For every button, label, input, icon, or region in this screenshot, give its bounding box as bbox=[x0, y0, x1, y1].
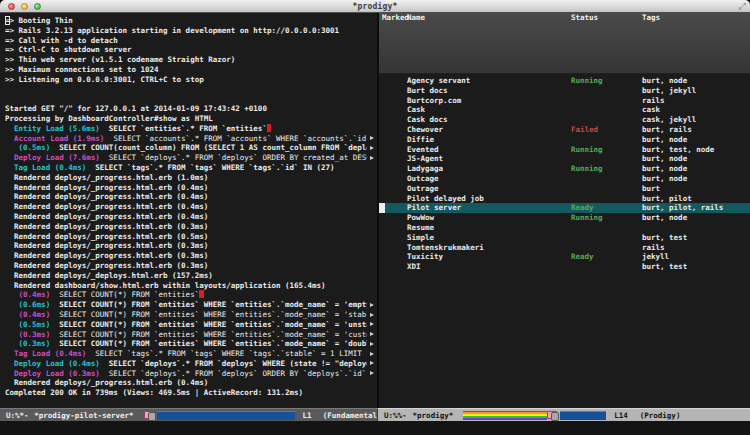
log-line: Rendered deploys/_progress.html.erb (0.4… bbox=[5, 202, 377, 212]
log-line: Rendered deploys/_progress.html.erb (0.4… bbox=[5, 183, 377, 193]
service-row[interactable]: Outrageburt bbox=[379, 184, 750, 194]
log-line: >> Maximum connections set to 1024 bbox=[5, 65, 377, 75]
log-line: Account Load (1.9ms) SELECT `accounts`.*… bbox=[5, 134, 377, 144]
service-row[interactable]: EventedRunningburt, test, node bbox=[379, 145, 750, 155]
service-tags: jekyll bbox=[642, 252, 669, 262]
nyan-remaining-bar bbox=[157, 411, 295, 420]
service-row[interactable]: Simpleburt, test bbox=[379, 233, 750, 243]
log-line bbox=[5, 85, 377, 95]
service-tags: cask bbox=[642, 105, 660, 115]
service-name: XDI bbox=[407, 262, 421, 272]
truncation-fringe-icon bbox=[370, 371, 374, 375]
log-line: => Call with -d to detach bbox=[5, 36, 377, 46]
service-row[interactable]: Pilot delayed jobburt, pilot bbox=[379, 194, 750, 204]
service-name: Chewover bbox=[407, 125, 443, 135]
service-name: Resume bbox=[407, 223, 434, 233]
service-tags: burt, node bbox=[642, 154, 687, 164]
rails-log-buffer[interactable]: => Booting Thin=> Rails 3.2.13 applicati… bbox=[0, 13, 377, 408]
service-row[interactable]: ChewoverFailedburt, rails bbox=[379, 125, 750, 135]
service-row[interactable]: XDIburt, test bbox=[379, 262, 750, 272]
service-name: Pilot server bbox=[407, 203, 461, 213]
service-row[interactable]: PowWowRunningburt, node bbox=[379, 213, 750, 223]
log-line: (0.4ms) SELECT COUNT(*) FROM `entities` … bbox=[5, 310, 377, 320]
service-row[interactable]: Agency servantRunningburt, node bbox=[379, 76, 750, 86]
truncation-fringe-icon bbox=[370, 322, 374, 326]
truncation-fringe-icon bbox=[370, 332, 374, 336]
truncation-fringe-icon bbox=[370, 156, 374, 160]
service-row[interactable]: Burt docsburt, jekyll bbox=[379, 86, 750, 96]
service-status: Running bbox=[571, 164, 603, 174]
log-line: Rendered deploys/_progress.html.erb (1.0… bbox=[5, 173, 377, 183]
log-line: Rendered deploys/_progress.html.erb (0.3… bbox=[5, 222, 377, 232]
service-name: Diffie bbox=[407, 135, 434, 145]
log-line: => Ctrl-C to shutdown server bbox=[5, 45, 377, 55]
service-name: Tomtenskrukmakeri bbox=[407, 243, 484, 253]
service-tags: burt, rails bbox=[642, 125, 692, 135]
service-row[interactable]: Caskcask bbox=[379, 105, 750, 115]
log-line: >> Listening on 0.0.0.0:3001, CTRL+C to … bbox=[5, 75, 377, 85]
modelines: U:%*- *prodigy-pilot-server* L1 (Fundame… bbox=[0, 408, 750, 421]
truncation-fringe-icon bbox=[370, 146, 374, 150]
nyan-progress-bar bbox=[144, 411, 295, 420]
prodigy-buffer[interactable]: Marked Name Status Tags Agency servantRu… bbox=[379, 13, 750, 408]
trailing-whitespace-highlight bbox=[199, 290, 204, 298]
modeline-status-flags: U:%%- bbox=[384, 411, 407, 420]
column-header-tags: Tags bbox=[642, 13, 660, 23]
log-line: Rendered deploys/_progress.html.erb (0.3… bbox=[5, 261, 377, 271]
log-line: (0.3ms) SELECT COUNT(*) FROM `entities` … bbox=[5, 339, 377, 349]
service-tags: burt, test bbox=[642, 262, 687, 272]
modeline-prodigy: U:%%- *prodigy* L14 (Prodigy) bbox=[377, 408, 750, 421]
log-line: Rendered dashboard/show.html.erb within … bbox=[5, 281, 377, 291]
modeline-major-mode: (Prodigy) bbox=[640, 411, 681, 420]
service-row[interactable]: Outcageburt, node bbox=[379, 174, 750, 184]
truncation-fringe-icon bbox=[370, 361, 374, 365]
nyan-cat-icon bbox=[547, 411, 557, 419]
service-status: Failed bbox=[571, 125, 598, 135]
nyan-rainbow bbox=[463, 411, 547, 420]
service-row[interactable]: Resume bbox=[379, 223, 750, 233]
log-line: Tag Load (0.4ms) SELECT `tags`.* FROM `t… bbox=[5, 163, 377, 173]
service-status: Running bbox=[571, 76, 603, 86]
service-name: Ladygaga bbox=[407, 164, 443, 174]
service-name: Tuxicity bbox=[407, 252, 443, 262]
service-status: Running bbox=[571, 145, 603, 155]
service-row[interactable]: Cask docscask, jekyll bbox=[379, 115, 750, 125]
log-line: (0.5ms) SELECT COUNT(*) FROM `entities` … bbox=[5, 320, 377, 330]
minibuffer[interactable] bbox=[0, 421, 750, 435]
service-name: Outrage bbox=[407, 184, 439, 194]
modeline-status-flags: U:%*- bbox=[6, 411, 29, 420]
service-row[interactable]: Pilot serverReadyburt, pilot, rails bbox=[379, 203, 750, 213]
service-row[interactable]: LadygagaRunningburt, node bbox=[379, 164, 750, 174]
service-name: Cask bbox=[407, 105, 425, 115]
log-line: Rendered deploys/_progress.html.erb (0.4… bbox=[5, 378, 377, 388]
emacs-frame: => Booting Thin=> Rails 3.2.13 applicati… bbox=[0, 13, 750, 435]
service-row[interactable]: Burtcorp.comrails bbox=[379, 96, 750, 106]
service-status: Ready bbox=[571, 252, 594, 262]
truncation-fringe-icon bbox=[370, 342, 374, 346]
resize-icon[interactable]: ⤢ bbox=[739, 1, 746, 12]
truncation-fringe-icon bbox=[370, 303, 374, 307]
log-line: Rendered deploys/_progress.html.erb (0.4… bbox=[5, 212, 377, 222]
log-line: Rendered deploys/_progress.html.erb (0.4… bbox=[5, 192, 377, 202]
log-line: (0.6ms) SELECT COUNT(*) FROM `entities` … bbox=[5, 300, 377, 310]
log-line: Deploy Load (0.4ms) SELECT `deploys`.* F… bbox=[5, 359, 377, 369]
service-row[interactable]: TuxicityReadyjekyll bbox=[379, 252, 750, 262]
column-header-status: Status bbox=[571, 13, 598, 23]
service-row[interactable]: Tomtenskrukmakerirails bbox=[379, 243, 750, 253]
log-line: Processing by DashboardController#show a… bbox=[5, 114, 377, 124]
service-tags: cask, jekyll bbox=[642, 115, 696, 125]
prodigy-header-line: Marked Name Status Tags bbox=[379, 13, 750, 74]
service-name: Burtcorp.com bbox=[407, 96, 461, 106]
service-tags: burt, node bbox=[642, 164, 687, 174]
service-name: JS-Agent bbox=[407, 154, 443, 164]
emacs-window: *prodigy* ⤢ => Booting Thin=> Rails 3.2.… bbox=[0, 0, 750, 435]
titlebar[interactable]: *prodigy* ⤢ bbox=[0, 0, 750, 13]
log-line: Deploy Load (0.3ms) SELECT `deploys`.* F… bbox=[5, 369, 377, 379]
service-tags: rails bbox=[642, 96, 665, 106]
service-name: PowWow bbox=[407, 213, 434, 223]
modeline-buffer-name: *prodigy-pilot-server* bbox=[34, 411, 133, 420]
service-row[interactable]: JS-Agentburt, node bbox=[379, 154, 750, 164]
modeline-line-number: L14 bbox=[614, 411, 628, 420]
service-row[interactable]: Diffieburt, node bbox=[379, 135, 750, 145]
service-tags: burt, node bbox=[642, 174, 687, 184]
